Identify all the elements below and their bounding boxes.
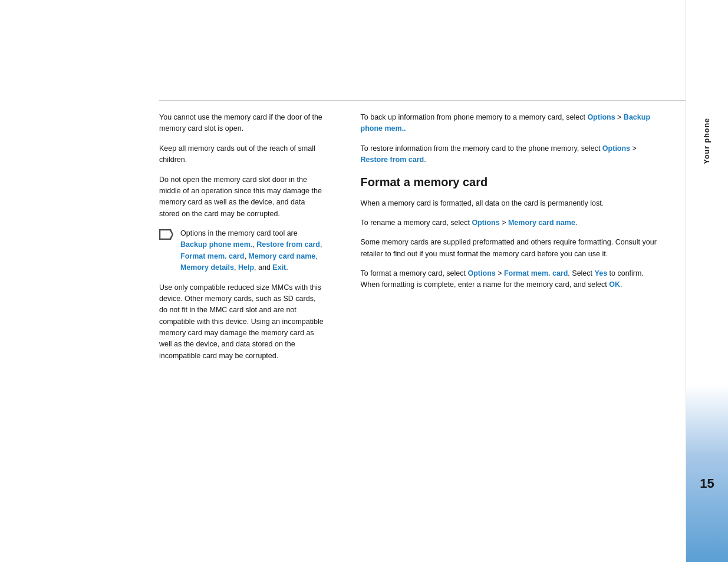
para-memory-cards-children: Keep all memory cards out of the reach o…: [159, 143, 325, 166]
page-number: 15: [700, 476, 714, 491]
link-restore-from-card[interactable]: Restore from card: [256, 240, 320, 249]
sidebar-gradient: [686, 385, 728, 562]
link-help[interactable]: Help: [238, 263, 254, 272]
right-sidebar: Your phone 15: [686, 0, 728, 562]
para-memory-card-door: You cannot use the memory card if the do…: [159, 112, 325, 135]
link-exit[interactable]: Exit: [272, 263, 286, 272]
format-memory-card-heading: Format a memory card: [361, 174, 663, 190]
content-area: You cannot use the memory card if the do…: [0, 0, 686, 562]
para-how-to-format: To format a memory card, select Options …: [361, 268, 663, 291]
note-text: Options in the memory card tool are Back…: [180, 228, 325, 274]
note-icon: [159, 229, 176, 241]
link-memory-details[interactable]: Memory details: [180, 263, 234, 272]
link-backup-phone-mem[interactable]: Backup phone mem.: [180, 240, 252, 249]
right-column: To back up information from phone memory…: [343, 0, 686, 562]
para-preformatted: Some memory cards are supplied preformat…: [361, 237, 663, 260]
link-memory-card-name[interactable]: Memory card name: [248, 252, 315, 260]
para-restore-info: To restore information from the memory c…: [361, 143, 663, 166]
note-box: Options in the memory card tool are Back…: [159, 228, 325, 274]
link-memory-card-name-right[interactable]: Memory card name: [508, 219, 575, 227]
link-options-backup[interactable]: Options: [587, 113, 615, 121]
sidebar-label: Your phone: [703, 118, 711, 164]
link-format-mem-card-right[interactable]: Format mem. card: [504, 269, 568, 277]
link-options-rename[interactable]: Options: [472, 219, 499, 227]
link-ok[interactable]: OK: [609, 280, 620, 289]
link-options-format[interactable]: Options: [468, 269, 496, 277]
page-container: You cannot use the memory card if the do…: [0, 0, 728, 562]
para-backup-info: To back up information from phone memory…: [361, 112, 663, 135]
left-column: You cannot use the memory card if the do…: [0, 0, 343, 562]
link-restore-from-card-right[interactable]: Restore from card: [361, 156, 424, 164]
link-options-restore[interactable]: Options: [602, 144, 630, 153]
para-rename-memory-card: To rename a memory card, select Options …: [361, 217, 663, 229]
para-format-data-lost: When a memory card is formatted, all dat…: [361, 198, 663, 209]
para-do-not-open: Do not open the memory card slot door in…: [159, 174, 325, 220]
sidebar-label-wrapper: Your phone: [686, 118, 728, 164]
link-format-mem-card[interactable]: Format mem. card: [180, 252, 244, 260]
para-compatible-mmc: Use only compatible reduced size MMCs wi…: [159, 282, 325, 362]
link-yes[interactable]: Yes: [595, 269, 608, 277]
